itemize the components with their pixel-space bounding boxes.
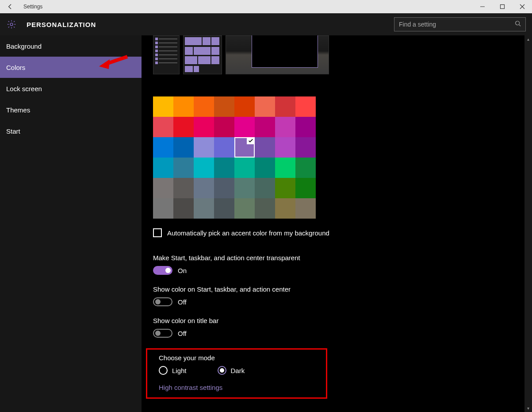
mode-label: Choose your mode <box>159 354 321 362</box>
high-contrast-link[interactable]: High contrast settings <box>159 384 321 391</box>
transparency-label: Make Start, taskbar, and action center t… <box>153 254 517 262</box>
color-swatch[interactable] <box>234 117 255 137</box>
highlight-annotation: Choose your mode Light Dark High contras… <box>146 348 327 399</box>
color-swatch[interactable] <box>234 178 255 198</box>
color-swatch[interactable] <box>153 137 173 158</box>
close-button[interactable] <box>512 0 532 13</box>
color-swatch[interactable] <box>194 198 214 219</box>
show-start-status: Off <box>178 298 187 306</box>
color-swatch[interactable] <box>295 117 316 137</box>
svg-rect-1 <box>500 5 504 9</box>
color-swatch[interactable] <box>255 137 275 158</box>
color-swatch[interactable] <box>214 178 234 198</box>
sidebar: Background Colors Lock screen Themes Sta… <box>0 35 142 412</box>
color-swatch[interactable] <box>295 198 316 219</box>
color-swatch[interactable] <box>173 198 194 219</box>
color-swatch[interactable] <box>275 96 295 117</box>
maximize-icon <box>500 4 505 9</box>
color-swatch[interactable] <box>275 178 295 198</box>
preview-row <box>153 35 517 74</box>
maximize-button[interactable] <box>492 0 512 13</box>
color-swatch[interactable] <box>153 158 173 178</box>
color-swatch[interactable] <box>234 198 255 219</box>
color-swatch[interactable] <box>194 96 214 117</box>
sidebar-item-start[interactable]: Start <box>0 120 142 142</box>
preview-desktop <box>226 35 329 74</box>
scroll-up-icon[interactable]: ▴ <box>524 35 532 43</box>
window-title: Settings <box>23 4 42 10</box>
color-swatch[interactable] <box>194 117 214 137</box>
sidebar-item-background[interactable]: Background <box>0 35 142 57</box>
color-swatch[interactable] <box>173 137 194 158</box>
color-swatch[interactable] <box>153 178 173 198</box>
color-swatch[interactable] <box>275 158 295 178</box>
sidebar-item-lock-screen[interactable]: Lock screen <box>0 78 142 99</box>
search-box[interactable] <box>394 17 526 31</box>
color-swatch[interactable] <box>194 137 214 158</box>
show-title-toggle[interactable] <box>153 329 172 338</box>
color-swatch[interactable] <box>173 178 194 198</box>
mode-light-label: Light <box>172 367 187 374</box>
color-swatch[interactable] <box>153 198 173 219</box>
color-swatch[interactable] <box>214 137 234 158</box>
sidebar-item-colors[interactable]: Colors <box>0 57 142 78</box>
close-icon <box>520 4 525 9</box>
svg-point-2 <box>10 23 13 26</box>
mode-dark-radio[interactable]: Dark <box>218 366 245 375</box>
minimize-button[interactable] <box>472 0 492 13</box>
color-swatch[interactable] <box>255 158 275 178</box>
transparency-toggle[interactable] <box>153 266 172 275</box>
color-swatch[interactable] <box>275 117 295 137</box>
color-swatch[interactable] <box>295 137 316 158</box>
show-start-toggle[interactable] <box>153 297 172 306</box>
svg-line-4 <box>519 25 521 27</box>
color-swatch[interactable] <box>234 158 255 178</box>
search-input[interactable] <box>399 21 515 28</box>
color-swatch[interactable] <box>173 117 194 137</box>
svg-point-3 <box>516 21 520 25</box>
color-swatch[interactable] <box>255 198 275 219</box>
check-icon <box>247 137 255 144</box>
color-swatch[interactable] <box>153 96 173 117</box>
auto-pick-checkbox[interactable] <box>153 228 162 237</box>
header: PERSONALIZATION <box>0 13 532 35</box>
titlebar: Settings <box>0 0 532 13</box>
preview-start-menu <box>153 35 180 74</box>
color-swatch[interactable] <box>194 178 214 198</box>
page-title: PERSONALIZATION <box>27 21 96 28</box>
scroll-down-icon[interactable]: ▾ <box>524 404 532 412</box>
show-start-label: Show color on Start, taskbar, and action… <box>153 285 517 293</box>
color-swatch[interactable] <box>295 178 316 198</box>
color-swatches <box>153 96 316 219</box>
show-title-status: Off <box>178 330 187 337</box>
color-swatch[interactable] <box>153 117 173 137</box>
color-swatch[interactable] <box>214 117 234 137</box>
color-swatch[interactable] <box>214 198 234 219</box>
transparency-status: On <box>178 267 187 274</box>
color-swatch[interactable] <box>275 137 295 158</box>
color-swatch[interactable] <box>214 96 234 117</box>
color-swatch[interactable] <box>234 137 255 158</box>
sidebar-item-themes[interactable]: Themes <box>0 99 142 120</box>
color-swatch[interactable] <box>194 158 214 178</box>
content: ▴ ▾ <box>142 35 532 412</box>
color-swatch[interactable] <box>255 178 275 198</box>
color-swatch[interactable] <box>214 158 234 178</box>
color-swatch[interactable] <box>173 96 194 117</box>
back-button[interactable] <box>0 0 20 13</box>
auto-pick-label: Automatically pick an accent color from … <box>167 229 329 237</box>
color-swatch[interactable] <box>173 158 194 178</box>
gear-icon <box>6 19 17 30</box>
minimize-icon <box>480 4 485 9</box>
color-swatch[interactable] <box>255 117 275 137</box>
preview-tiles <box>183 35 222 74</box>
color-swatch[interactable] <box>295 96 316 117</box>
mode-light-radio[interactable]: Light <box>159 366 187 375</box>
show-title-label: Show color on title bar <box>153 317 517 324</box>
color-swatch[interactable] <box>295 158 316 178</box>
mode-dark-label: Dark <box>231 367 245 374</box>
color-swatch[interactable] <box>255 96 275 117</box>
color-swatch[interactable] <box>234 96 255 117</box>
scrollbar[interactable]: ▴ ▾ <box>524 35 532 412</box>
color-swatch[interactable] <box>275 198 295 219</box>
